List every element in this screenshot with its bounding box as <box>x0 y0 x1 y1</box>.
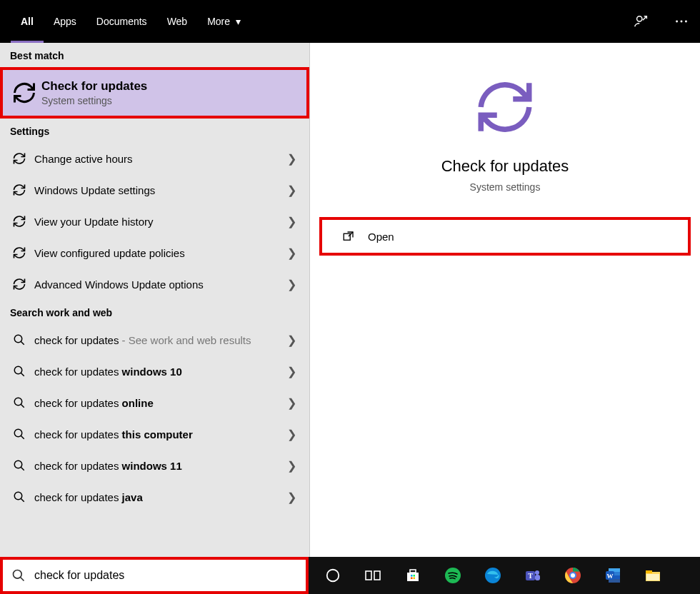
chevron-right-icon: ❯ <box>287 333 296 347</box>
settings-item-active-hours[interactable]: Change active hours ❯ <box>0 143 309 174</box>
tab-apps[interactable]: Apps <box>44 0 86 43</box>
feedback-icon[interactable] <box>630 10 653 33</box>
sync-icon <box>10 151 29 166</box>
svg-point-19 <box>327 570 339 582</box>
web-item-java[interactable]: check for updates java ❯ <box>0 481 309 513</box>
web-item-label: check for updates windows 10 <box>34 366 299 378</box>
more-options-icon[interactable] <box>670 10 693 33</box>
svg-point-14 <box>14 492 22 500</box>
web-item-label: check for updates windows 11 <box>34 460 299 472</box>
tab-documents[interactable]: Documents <box>86 0 157 43</box>
web-item-windows10[interactable]: check for updates windows 10 ❯ <box>0 356 309 387</box>
svg-rect-22 <box>407 573 419 581</box>
search-icon <box>10 459 29 472</box>
svg-rect-45 <box>646 574 659 580</box>
open-highlight: Open <box>319 217 691 256</box>
search-text: check for updates <box>34 569 124 582</box>
svg-point-4 <box>14 335 22 343</box>
svg-line-11 <box>21 436 24 439</box>
spotify-icon[interactable] <box>441 564 464 587</box>
svg-point-6 <box>14 366 22 374</box>
taskbar-search-input[interactable]: check for updates <box>3 560 306 591</box>
web-item-label: check for updates java <box>34 491 299 503</box>
preview-subtitle: System settings <box>470 181 541 193</box>
sync-icon <box>10 277 29 291</box>
svg-rect-44 <box>646 570 652 573</box>
preview-title: Check for updates <box>441 157 569 176</box>
svg-point-1 <box>676 21 678 23</box>
web-item-label: check for updates online <box>34 397 299 409</box>
chevron-right-icon: ❯ <box>287 396 296 410</box>
settings-item-update-policies[interactable]: View configured update policies ❯ <box>0 237 309 268</box>
web-item-label: check for updates - See work and web res… <box>34 334 299 346</box>
chrome-icon[interactable] <box>561 564 584 587</box>
svg-point-2 <box>681 21 683 23</box>
sync-icon <box>10 214 29 228</box>
svg-rect-21 <box>374 571 380 580</box>
settings-item-label: Advanced Windows Update options <box>34 278 299 291</box>
chevron-right-icon: ❯ <box>287 246 296 260</box>
svg-point-3 <box>685 21 687 23</box>
settings-item-advanced-options[interactable]: Advanced Windows Update options ❯ <box>0 268 309 300</box>
section-settings: Settings <box>0 119 309 143</box>
web-item-this-computer[interactable]: check for updates this computer ❯ <box>0 418 309 450</box>
settings-item-update-history[interactable]: View your Update history ❯ <box>0 206 309 237</box>
settings-item-label: Change active hours <box>34 153 299 165</box>
open-external-icon <box>342 230 355 243</box>
tab-more[interactable]: More ▾ <box>197 0 251 43</box>
cortana-icon[interactable] <box>321 564 344 587</box>
sync-large-icon <box>469 71 541 143</box>
sync-icon <box>10 246 29 260</box>
search-icon <box>10 365 29 378</box>
word-icon[interactable]: W <box>601 564 624 587</box>
best-match-subtitle: System settings <box>41 95 147 106</box>
chevron-right-icon: ❯ <box>287 152 296 166</box>
chevron-right-icon: ❯ <box>287 428 296 441</box>
settings-item-label: View configured update policies <box>34 247 299 259</box>
taskbar-icons: T W <box>309 557 700 594</box>
svg-point-32 <box>535 570 539 575</box>
taskbar: check for updates T W <box>0 557 700 594</box>
store-icon[interactable] <box>401 564 424 587</box>
svg-point-12 <box>14 460 22 468</box>
best-match-highlight: Check for updates System settings <box>0 67 309 119</box>
search-results-panel: Best match Check for updates System sett… <box>0 43 700 557</box>
search-icon <box>10 428 29 441</box>
web-item-label: check for updates this computer <box>34 428 299 441</box>
web-item-main[interactable]: check for updates - See work and web res… <box>0 324 309 356</box>
teams-icon[interactable]: T <box>521 564 544 587</box>
settings-item-label: Windows Update settings <box>34 184 299 196</box>
svg-line-5 <box>21 341 24 345</box>
svg-point-10 <box>14 429 22 437</box>
chevron-right-icon: ❯ <box>287 365 296 378</box>
svg-rect-16 <box>344 233 350 240</box>
edge-icon[interactable] <box>481 564 504 587</box>
svg-rect-33 <box>535 575 540 580</box>
chevron-right-icon: ❯ <box>287 183 296 197</box>
svg-line-9 <box>21 404 24 408</box>
preview-pane: Check for updates System settings Open <box>310 43 700 557</box>
best-match-title: Check for updates <box>41 79 147 94</box>
web-item-online[interactable]: check for updates online ❯ <box>0 387 309 418</box>
best-match-item[interactable]: Check for updates System settings <box>3 70 306 116</box>
tab-web[interactable]: Web <box>157 0 198 43</box>
svg-line-13 <box>21 467 24 470</box>
web-item-windows11[interactable]: check for updates windows 11 ❯ <box>0 450 309 481</box>
settings-item-windows-update-settings[interactable]: Windows Update settings ❯ <box>0 174 309 206</box>
svg-rect-27 <box>414 578 416 580</box>
sync-icon <box>10 79 39 107</box>
svg-rect-25 <box>414 575 416 577</box>
svg-point-17 <box>14 570 22 579</box>
settings-item-label: View your Update history <box>34 216 299 228</box>
svg-text:W: W <box>607 573 614 580</box>
section-search-web: Search work and web <box>0 300 309 324</box>
task-view-icon[interactable] <box>361 564 384 587</box>
chevron-right-icon: ❯ <box>287 459 296 473</box>
chevron-down-icon: ▾ <box>236 16 241 27</box>
open-button[interactable]: Open <box>322 220 688 253</box>
tab-all[interactable]: All <box>11 0 44 43</box>
file-explorer-icon[interactable] <box>641 564 664 587</box>
search-icon <box>10 396 29 409</box>
svg-rect-20 <box>366 571 371 580</box>
section-best-match: Best match <box>0 43 309 67</box>
